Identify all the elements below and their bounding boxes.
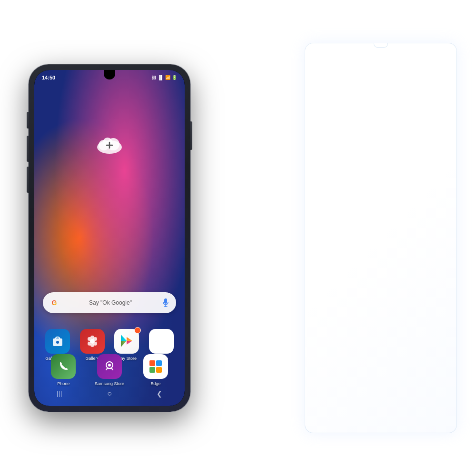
svg-marker-21	[127, 337, 132, 341]
svg-rect-28	[156, 367, 162, 373]
battery-icon: 🔋	[172, 75, 177, 80]
nav-bar: ||| ○ ❮	[34, 386, 185, 401]
samsung-store-icon	[97, 354, 122, 379]
gallery-icon	[80, 329, 105, 354]
google-logo: G	[50, 298, 59, 307]
cloud-icon	[95, 132, 124, 156]
dock-edge[interactable]: Edge	[135, 354, 176, 386]
dock: Phone Samsung Store	[43, 354, 176, 386]
dock-samsung[interactable]: Samsung Store	[89, 354, 130, 386]
svg-rect-6	[164, 298, 167, 304]
bixby-button	[27, 167, 29, 193]
wifi-icon: 📶	[165, 75, 170, 80]
back-button[interactable]: ❮	[157, 390, 162, 397]
svg-rect-25	[149, 360, 155, 366]
status-icons: 🖼 ▐▌ 📶 🔋	[152, 75, 177, 80]
dock-phone[interactable]: Phone	[43, 354, 84, 386]
mic-icon[interactable]	[162, 298, 169, 307]
scene: 14:50 🖼 ▐▌ 📶 🔋	[0, 0, 476, 476]
glass-notch	[374, 43, 388, 48]
edge-icon	[143, 354, 168, 379]
svg-point-24	[108, 364, 111, 367]
google-search-bar[interactable]: G Say "Ok Google"	[43, 292, 176, 313]
status-time: 14:50	[42, 75, 55, 80]
photo-icon: 🖼	[152, 75, 156, 80]
edge-label: Edge	[150, 381, 160, 386]
svg-point-10	[56, 341, 59, 344]
svg-marker-22	[127, 341, 132, 345]
google-icon	[149, 329, 174, 354]
phone-device: 14:50 🖼 ▐▌ 📶 🔋	[29, 64, 190, 412]
svg-rect-27	[149, 367, 155, 373]
signal-icon: ▐▌	[158, 75, 164, 80]
svg-point-18	[90, 339, 95, 344]
volume-up-button	[27, 112, 29, 129]
screen: 14:50 🖼 ▐▌ 📶 🔋	[34, 70, 185, 406]
phone-icon	[51, 354, 76, 379]
galaxy-store-icon	[45, 329, 70, 354]
cloud-widget[interactable]	[95, 132, 124, 156]
search-placeholder: Say "Ok Google"	[63, 299, 158, 306]
svg-rect-26	[156, 360, 162, 366]
volume-down-button	[27, 136, 29, 162]
play-store-icon	[114, 329, 139, 354]
tempered-glass-protector	[305, 43, 457, 433]
play-store-badge	[134, 327, 141, 334]
recents-button[interactable]: |||	[57, 390, 62, 397]
screen-bezel: 14:50 🖼 ▐▌ 📶 🔋	[34, 70, 185, 406]
phone-label: Phone	[57, 381, 69, 386]
home-button[interactable]: ○	[107, 389, 112, 398]
samsung-store-label: Samsung Store	[95, 381, 124, 386]
